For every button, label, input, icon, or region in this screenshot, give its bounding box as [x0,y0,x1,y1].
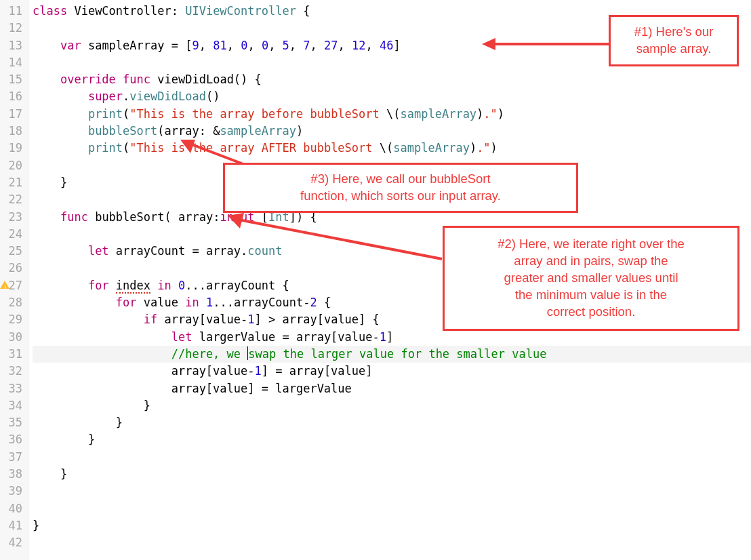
code-token: } [33,433,95,446]
line-number: 13 [3,37,22,54]
line-number: 24 [3,226,22,243]
code-token [33,141,88,155]
line-number: 22 [3,191,22,208]
line-number-gutter: 1112131415161718192021222324252627282930… [0,0,28,560]
code-token: ] [394,39,401,52]
line-number: 32 [3,363,22,380]
code-token: 1 [206,296,213,309]
code-line[interactable]: } [33,517,751,534]
line-number: 15 [3,71,22,88]
code-token: \( [380,141,393,155]
code-token: ) [476,107,483,121]
code-token [33,279,88,292]
code-token: 12 [352,39,365,52]
code-token [33,124,88,138]
code-token: array[value- [157,313,247,326]
code-token: let [88,244,109,258]
code-token: ." [476,141,490,155]
code-token: , [310,39,324,52]
code-line[interactable]: let largerValue = array[value-1] [33,329,751,346]
code-token: print [88,141,123,155]
code-token: UIViewController [185,4,296,18]
code-token [33,296,116,309]
code-token: } [33,399,150,412]
line-number: 31 [3,346,22,363]
code-line[interactable] [33,483,751,500]
code-token: 2 [310,296,317,309]
code-token: } [33,467,67,481]
line-number: 42 [3,534,22,551]
code-line[interactable]: } [33,414,751,431]
code-token: func [123,73,150,86]
code-token: sampleArray [401,107,477,121]
line-number: 16 [3,88,22,105]
code-token: in [185,296,199,309]
svg-line-4 [239,220,442,259]
code-token: "This is the array before bubbleSort [129,107,386,121]
code-token: 0 [241,39,247,52]
code-token [33,210,60,224]
code-token: ) [498,107,504,121]
line-number: 35 [3,414,22,431]
code-line[interactable]: } [33,431,751,448]
line-number: 28 [3,294,22,311]
code-token: 7 [303,39,310,52]
code-token: func [60,210,88,224]
code-token: \( [386,107,400,121]
code-token: swap the larger value for the smaller va… [248,347,546,361]
code-token: if [144,313,157,326]
code-token [33,347,171,361]
code-line[interactable]: print("This is the array before bubbleSo… [33,106,751,123]
code-token: sampleArray [393,141,470,155]
svg-marker-3 [180,140,195,153]
code-line[interactable]: } [33,466,751,483]
code-line[interactable]: //here, we swap the larger value for the… [33,346,751,363]
annotation-3: #3) Here, we call our bubbleSortfunction… [223,163,578,213]
code-token [33,330,171,344]
code-token: , [247,39,261,52]
code-token: . [123,89,129,103]
code-line[interactable] [33,500,751,517]
code-token: ) [296,124,303,138]
code-token: 1 [380,330,386,344]
code-token [33,39,60,52]
code-token: viewDidLoad [129,89,206,103]
line-number: 14 [3,54,22,71]
code-line[interactable]: } [33,397,751,414]
code-token [109,279,116,292]
code-token: array[value- [33,364,255,378]
line-number: 11 [3,3,22,20]
code-line[interactable] [33,534,751,551]
code-token: 27 [324,39,338,52]
line-number: 19 [3,140,22,157]
code-token: largerValue = array[value- [192,330,379,344]
code-line[interactable]: print("This is the array AFTER bubbleSor… [33,140,751,157]
code-line[interactable] [33,449,751,466]
code-token: ] = array[value] [262,364,373,378]
code-token: ) [491,141,498,155]
code-token: 5 [283,39,289,52]
line-number: 36 [3,431,22,448]
line-number: 12 [3,20,22,37]
code-line[interactable]: override func viewDidLoad() { [33,71,751,88]
code-line[interactable]: array[value] = largerValue [33,380,751,397]
svg-marker-5 [228,213,244,228]
code-token: 81 [213,39,226,52]
code-line[interactable]: array[value-1] = array[value] [33,363,751,380]
code-token: , [366,39,380,52]
code-token: let [171,330,192,344]
code-token: () [206,89,220,103]
code-token [33,89,88,103]
code-line[interactable]: super.viewDidLoad() [33,88,751,105]
line-number: 26 [3,260,22,277]
arrow-1 [482,36,611,56]
line-number: 21 [3,174,22,191]
warning-icon [0,281,9,289]
line-number: 38 [3,466,22,483]
code-token: //here, we [171,347,248,361]
code-token: , [289,39,303,52]
code-token [116,73,123,86]
code-line[interactable]: bubbleSort(array: &sampleArray) [33,123,751,140]
code-token: 0 [178,279,185,292]
code-token: in [157,279,171,292]
